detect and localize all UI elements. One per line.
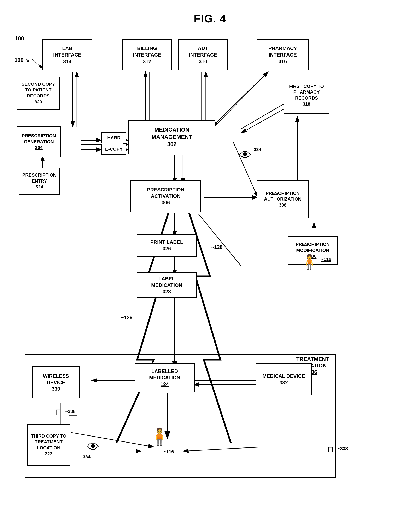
ref-338-medical: ~338 (338, 446, 348, 451)
svg-line-10 (212, 72, 268, 127)
hard-box: HARD (101, 132, 126, 143)
sensor-icon-medical: ⊓ (327, 445, 334, 453)
ref-116-upper: ~116 (321, 257, 331, 262)
label-medication-box: LABELMEDICATION328 (137, 272, 197, 298)
first-copy-box: FIRST COPY TOPHARMACYRECORDS318 (284, 77, 329, 114)
person-icon-upper: 🧍 (300, 255, 318, 269)
wireless-device-box: WIRELESSDEVICE330 (32, 366, 80, 398)
medical-device-box: MEDICAL DEVICE332 (256, 363, 312, 395)
ref-334-pharmacy: 334 (254, 147, 261, 152)
svg-line-3 (32, 59, 42, 69)
page-title: FIG. 4 (0, 0, 420, 25)
medication-management-box: MEDICATIONMANAGEMENT302 (128, 120, 215, 154)
labelled-medication-box: LABELLEDMEDICATION124 (135, 363, 195, 392)
ref-334-patient: 334 (83, 454, 90, 460)
svg-line-11 (214, 72, 268, 127)
print-label-box: PRINT LABEL326 (137, 234, 197, 257)
person-icon-lower: 🧍 (149, 428, 170, 445)
eye-icon-pharmacy: 👁 (239, 149, 252, 161)
ref-338-wireless: ~338 (65, 409, 75, 414)
adt-interface-box: ADTINTERFACE310 (178, 39, 228, 70)
prescription-entry-box: PRESCRIPTIONENTRY324 (19, 168, 60, 194)
pharmacy-interface-box: PHARMACYINTERFACE316 (257, 39, 309, 70)
ref-100: 100 ↘ (14, 57, 30, 63)
ecopy-box: E-COPY (101, 144, 126, 155)
ref-126-label: ~126 (121, 315, 132, 320)
eye-icon-patient: 👁 (87, 441, 99, 453)
prescription-activation-box: PRESCRIPTIONACTIVATION306 (130, 180, 201, 212)
prescription-authorization-box: PRESCRIPTIONAUTHORIZATION308 (257, 180, 309, 218)
second-copy-box: SECOND COPYTO PATIENTRECORDS320 (17, 77, 60, 110)
third-copy-box: THIRD COPY TOTREATMENTLOCATION322 (27, 424, 70, 466)
prescription-generation-box: PRESCRIPTIONGENERATION304 (17, 126, 61, 157)
svg-line-27 (199, 214, 241, 266)
billing-interface-box: BILLINGINTERFACE312 (122, 39, 172, 70)
ref-116-lower: ~116 (164, 449, 174, 455)
lab-interface-box: LAB INTERFACE 314 (42, 39, 92, 70)
ref-128-label: ~128 (211, 244, 222, 250)
sensor-icon-wireless: ⊓ (55, 408, 61, 416)
